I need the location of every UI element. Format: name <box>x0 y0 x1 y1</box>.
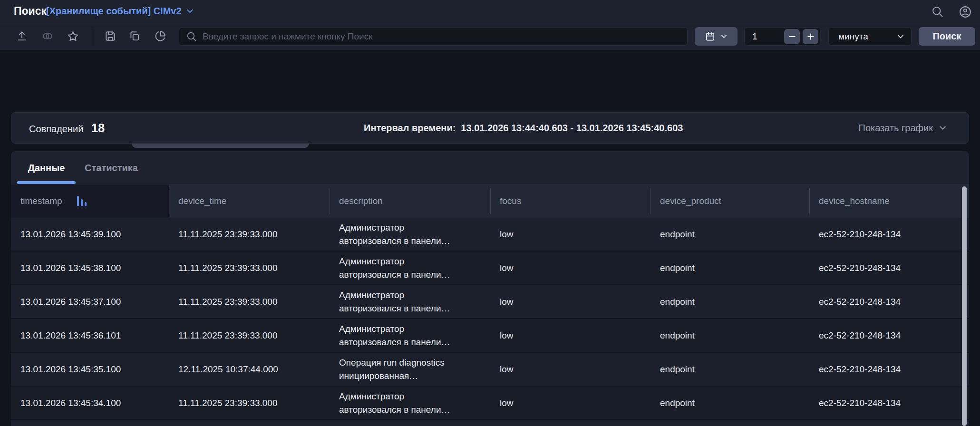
column-header-description[interactable]: description <box>339 196 383 206</box>
cell-device-product: endpoint <box>660 297 695 307</box>
table-body: 13.01.2026 13:45:39.100 11.11.2025 23:39… <box>11 218 969 426</box>
interval-unit-select[interactable]: минута <box>828 27 912 46</box>
search-submit-button[interactable]: Поиск <box>919 27 975 46</box>
show-chart-label: Показать график <box>859 123 933 134</box>
cell-device-hostname: ec2-52-210-248-134 <box>819 330 901 341</box>
table-row[interactable]: 13.01.2026 13:45:36.101 11.11.2025 23:39… <box>11 319 969 353</box>
interval-unit-value: минута <box>838 31 868 42</box>
interval-decrease-button[interactable] <box>784 29 800 44</box>
cell-timestamp: 13.01.2026 13:45:34.100 <box>20 398 121 408</box>
results-tabs: Данные Статистика <box>11 151 969 184</box>
table-row[interactable]: 13.01.2026 13:45:38.100 11.11.2025 23:39… <box>11 252 969 285</box>
cell-focus: low <box>500 263 514 273</box>
cell-device-hostname: ec2-52-210-248-134 <box>819 398 901 408</box>
cell-focus: low <box>500 398 514 408</box>
matches-counter: Совпадений 18 <box>29 121 105 135</box>
query-input[interactable]: Введите запрос и нажмите кнопку Поиск <box>179 27 688 46</box>
cell-device-product: endpoint <box>660 330 695 341</box>
table-row[interactable]: 13.01.2026 13:45:37.100 11.11.2025 23:39… <box>11 285 969 319</box>
cell-description: Операция run diagnosticsинициированная… <box>339 356 445 383</box>
user-avatar-icon[interactable] <box>959 5 972 19</box>
cell-focus: low <box>500 364 514 375</box>
cell-description: Администраторавторизовался в панели… <box>339 255 450 281</box>
time-interval-label: Интервал времени: <box>364 123 456 134</box>
cell-timestamp: 13.01.2026 13:45:38.100 <box>20 263 121 273</box>
cell-device-time: 11.11.2025 23:39:33.000 <box>178 229 278 240</box>
time-interval: Интервал времени: 13.01.2026 13:44:40.60… <box>364 123 683 134</box>
column-header-device-time[interactable]: device_time <box>178 196 226 206</box>
calendar-button[interactable] <box>695 27 737 46</box>
interval-stepper[interactable]: 1 <box>744 27 821 46</box>
query-placeholder: Введите запрос и нажмите кнопку Поиск <box>203 31 373 42</box>
cell-device-time: 12.11.2025 10:37:44.000 <box>178 364 278 375</box>
cell-device-product: endpoint <box>660 229 695 240</box>
tab-data[interactable]: Данные <box>17 151 76 184</box>
time-interval-value: 13.01.2026 13:44:40.603 - 13.01.2026 13:… <box>461 123 683 134</box>
cell-device-hostname: ec2-52-210-248-134 <box>819 297 901 307</box>
column-header-device-product[interactable]: device_product <box>660 196 721 206</box>
column-header-timestamp[interactable]: timestamp <box>20 196 62 206</box>
cell-timestamp: 13.01.2026 13:45:36.101 <box>20 330 121 341</box>
cell-focus: low <box>500 297 514 307</box>
export-icon[interactable] <box>16 30 28 42</box>
cell-device-hostname: ec2-52-210-248-134 <box>819 229 901 240</box>
chevron-down-icon <box>186 7 194 15</box>
chevron-down-icon <box>897 33 904 40</box>
calendar-icon <box>705 31 716 42</box>
cell-timestamp: 13.01.2026 13:45:35.100 <box>20 364 121 375</box>
storage-selector-label: [Хранилище событий] CIMv2 <box>46 6 182 17</box>
sort-icon[interactable] <box>77 196 87 206</box>
cell-device-product: endpoint <box>660 398 695 408</box>
storage-selector[interactable]: [Хранилище событий] CIMv2 <box>46 6 194 17</box>
global-search-icon[interactable] <box>931 5 944 18</box>
link-circles-icon[interactable] <box>41 30 54 42</box>
chevron-down-icon <box>720 33 728 40</box>
chevron-down-icon <box>939 124 947 132</box>
cell-device-time: 11.11.2025 23:39:33.000 <box>178 297 278 307</box>
interval-value[interactable]: 1 <box>752 31 757 42</box>
query-search-icon <box>186 31 197 42</box>
cell-device-time: 11.11.2025 23:39:33.000 <box>178 330 278 341</box>
cell-device-product: endpoint <box>660 364 695 375</box>
cell-device-hostname: ec2-52-210-248-134 <box>819 364 901 375</box>
cell-device-product: endpoint <box>660 263 695 273</box>
cell-device-hostname: ec2-52-210-248-134 <box>819 263 901 273</box>
copy-icon[interactable] <box>128 30 141 42</box>
favorite-star-icon[interactable] <box>67 30 79 43</box>
cell-description: Администраторавторизовался в панели… <box>339 221 450 248</box>
results-summary-bar: Совпадений 18 Интервал времени: 13.01.20… <box>11 112 969 144</box>
vertical-scrollbar[interactable] <box>962 186 967 426</box>
matches-label: Совпадений <box>29 124 83 135</box>
page-title: Поиск <box>14 5 47 18</box>
tab-statistics[interactable]: Статистика <box>82 151 140 184</box>
cell-timestamp: 13.01.2026 13:45:39.100 <box>20 229 121 240</box>
interval-increase-button[interactable] <box>803 29 818 44</box>
table-header: timestamp device_time description focus … <box>11 184 969 218</box>
table-row[interactable]: 13.01.2026 13:45:34.100 11.11.2025 23:39… <box>11 387 969 420</box>
cell-focus: low <box>500 229 514 240</box>
cell-focus: low <box>500 330 514 341</box>
show-chart-toggle[interactable]: Показать график <box>859 123 947 134</box>
save-icon[interactable] <box>104 30 116 42</box>
toolbar-divider <box>92 27 92 46</box>
event-search-app: Поиск [Хранилище событий] CIMv2 <box>0 0 980 426</box>
results-panel: Данные Статистика timestamp device_time … <box>11 151 969 426</box>
pie-chart-icon[interactable] <box>154 30 166 42</box>
cell-description: Администраторавторизовался в панели… <box>339 322 450 349</box>
table-row[interactable]: 13.01.2026 13:45:39.100 11.11.2025 23:39… <box>11 218 969 252</box>
cell-description: Администраторавторизовался в панели… <box>339 390 450 416</box>
cell-description: Администраторавторизовался в панели… <box>339 289 450 315</box>
active-tab-underline <box>17 181 76 184</box>
cell-device-time: 11.11.2025 23:39:33.000 <box>178 398 278 408</box>
top-bar: Поиск [Хранилище событий] CIMv2 <box>0 0 980 50</box>
topbar-divider <box>0 23 980 23</box>
cell-device-time: 11.11.2025 23:39:33.000 <box>178 263 278 273</box>
filter-bar: Сбросить все normalization_rule_id = RV-… <box>0 50 980 107</box>
column-header-device-hostname[interactable]: device_hostname <box>819 196 890 206</box>
column-header-focus[interactable]: focus <box>500 196 521 206</box>
cell-timestamp: 13.01.2026 13:45:37.100 <box>20 297 121 307</box>
table-row[interactable]: 13.01.2026 13:45:35.100 12.11.2025 10:37… <box>11 353 969 387</box>
matches-count: 18 <box>91 121 105 135</box>
